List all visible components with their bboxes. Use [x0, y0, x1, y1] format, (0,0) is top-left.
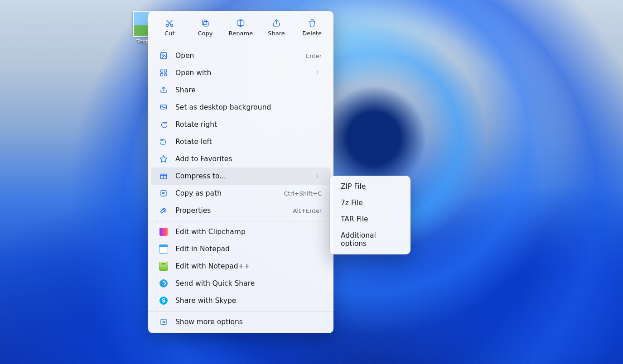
- notepad-icon: [159, 244, 168, 254]
- copy-label: Copy: [198, 30, 212, 37]
- menu-share-label: Share: [175, 86, 322, 94]
- menu-add-favorites[interactable]: Add to Favorites: [151, 150, 331, 168]
- svg-marker-12: [160, 156, 167, 163]
- cut-button[interactable]: Cut: [155, 16, 184, 38]
- menu-rotate-left-label: Rotate left: [175, 138, 322, 146]
- menu-set-background[interactable]: Set as desktop background: [151, 99, 331, 116]
- menu-properties-label: Properties: [175, 206, 286, 215]
- separator: [148, 45, 333, 45]
- svg-rect-9: [160, 74, 163, 76]
- menu-skype[interactable]: S Share with Skype: [151, 292, 331, 309]
- menu-open-with-label: Open with: [175, 69, 309, 77]
- menu-add-favorites-label: Add to Favorites: [175, 155, 322, 163]
- svg-rect-2: [204, 22, 208, 26]
- menu-open-shortcut: Enter: [306, 53, 322, 59]
- archive-icon: [159, 172, 168, 181]
- rename-icon: [236, 18, 246, 28]
- menu-properties-shortcut: Alt+Enter: [293, 207, 322, 214]
- separator: [148, 221, 333, 221]
- menu-show-more[interactable]: Show more options: [151, 313, 331, 330]
- chevron-right-icon: 〉: [316, 172, 322, 180]
- context-menu: Cut Copy Rename Share: [148, 11, 333, 333]
- svg-rect-3: [202, 20, 207, 24]
- menu-properties[interactable]: Properties Alt+Enter: [151, 202, 331, 219]
- menu-open-label: Open: [175, 52, 299, 60]
- more-options-icon: [159, 317, 168, 326]
- svg-rect-8: [164, 70, 167, 72]
- share-button[interactable]: Share: [261, 16, 291, 38]
- menu-compress-to[interactable]: Compress to... 〉: [151, 168, 331, 185]
- menu-open[interactable]: Open Enter: [151, 47, 331, 64]
- copy-path-icon: [159, 189, 168, 198]
- separator: [148, 311, 333, 311]
- svg-rect-5: [160, 53, 167, 59]
- context-menu-toolbar: Cut Copy Rename Share: [148, 14, 333, 43]
- svg-rect-14: [161, 191, 166, 196]
- menu-quick-share[interactable]: Send with Quick Share: [151, 275, 331, 292]
- menu-set-background-label: Set as desktop background: [175, 103, 322, 111]
- open-with-icon: [159, 68, 168, 77]
- submenu-tar[interactable]: TAR File: [333, 211, 408, 227]
- menu-copy-path[interactable]: Copy as path Ctrl+Shift+C: [151, 185, 331, 202]
- notepadpp-icon: [159, 262, 168, 271]
- scissors-icon: [164, 18, 174, 28]
- menu-rotate-left[interactable]: Rotate left: [151, 133, 331, 150]
- rename-label: Rename: [229, 30, 253, 37]
- menu-clipchamp[interactable]: Edit with Clipchamp: [151, 223, 331, 240]
- compress-submenu: ZIP File 7z File TAR File Additional opt…: [330, 176, 411, 254]
- submenu-7z[interactable]: 7z File: [333, 195, 408, 211]
- wallpaper-icon: [159, 103, 168, 112]
- skype-icon: S: [159, 296, 168, 305]
- cut-label: Cut: [164, 30, 174, 37]
- menu-copy-path-label: Copy as path: [175, 189, 276, 197]
- share-icon: [271, 18, 281, 28]
- menu-compress-label: Compress to...: [175, 172, 309, 180]
- rotate-left-icon: [159, 137, 168, 146]
- wrench-icon: [159, 206, 168, 215]
- copy-button[interactable]: Copy: [190, 16, 220, 38]
- rotate-right-icon: [159, 120, 168, 129]
- svg-rect-7: [160, 70, 163, 72]
- delete-button[interactable]: Delete: [297, 16, 327, 38]
- quick-share-icon: [159, 279, 168, 288]
- menu-notepadpp-label: Edit with Notepad++: [175, 262, 322, 270]
- menu-copy-path-shortcut: Ctrl+Shift+C: [284, 190, 322, 197]
- desktop[interactable]: Test Fi Cut Copy Rename: [0, 0, 623, 364]
- menu-rotate-right-label: Rotate right: [175, 120, 322, 129]
- submenu-additional[interactable]: Additional options: [333, 227, 408, 252]
- svg-point-1: [171, 24, 173, 27]
- menu-notepadpp[interactable]: Edit with Notepad++: [151, 258, 331, 275]
- picture-icon: [159, 51, 168, 60]
- share-label: Share: [268, 30, 285, 37]
- chevron-right-icon: 〉: [316, 69, 322, 77]
- svg-point-6: [162, 54, 163, 55]
- delete-label: Delete: [302, 30, 322, 37]
- svg-point-0: [166, 24, 169, 27]
- menu-share[interactable]: Share: [151, 81, 331, 99]
- menu-notepad[interactable]: Edit in Notepad: [151, 240, 331, 258]
- star-icon: [159, 154, 168, 163]
- share-arrow-icon: [159, 86, 168, 95]
- copy-icon: [200, 18, 210, 28]
- menu-rotate-right[interactable]: Rotate right: [151, 116, 331, 133]
- menu-clipchamp-label: Edit with Clipchamp: [175, 228, 322, 236]
- trash-icon: [307, 18, 317, 28]
- menu-notepad-label: Edit in Notepad: [175, 245, 322, 253]
- menu-open-with[interactable]: Open with 〉: [151, 64, 331, 81]
- menu-skype-label: Share with Skype: [175, 297, 322, 305]
- menu-show-more-label: Show more options: [175, 318, 322, 326]
- rename-button[interactable]: Rename: [226, 16, 256, 38]
- menu-quick-share-label: Send with Quick Share: [175, 279, 322, 287]
- svg-point-10: [164, 74, 167, 76]
- submenu-zip[interactable]: ZIP File: [333, 178, 408, 195]
- clipchamp-icon: [159, 227, 168, 236]
